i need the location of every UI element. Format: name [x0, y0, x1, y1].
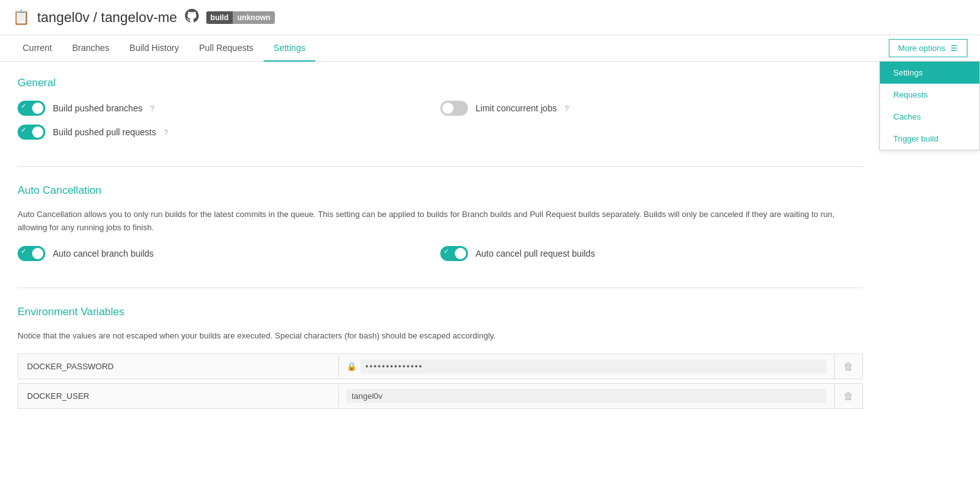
general-section: General Build pushed branches ? Bui	[18, 77, 863, 148]
toggle-auto-cancel-pr-label: Auto cancel pull request builds	[476, 248, 595, 259]
github-icon[interactable]	[185, 9, 199, 26]
more-options-dropdown: Settings Requests Caches Trigger build	[879, 61, 980, 150]
toggle-build-branches[interactable]	[18, 101, 45, 116]
auto-cancellation-description: Auto Cancellation allows you to only run…	[18, 208, 863, 235]
env-row-docker-user: DOCKER_USER 🗑	[18, 383, 863, 409]
toggle-build-pull-requests-slider	[18, 125, 45, 140]
toggle-auto-cancel-pr-slider	[440, 246, 468, 261]
toggle-build-branches-row: Build pushed branches ?	[18, 101, 440, 116]
toggle-limit-concurrent[interactable]	[440, 101, 468, 116]
nav-tabs: Current Branches Build History Pull Requ…	[0, 35, 980, 62]
toggle-auto-cancel-pr[interactable]	[440, 246, 468, 261]
repo-title: tangel0v / tangelov-me	[37, 9, 177, 26]
tab-branches[interactable]: Branches	[62, 35, 120, 62]
env-variables-description: Notice that the values are not escaped w…	[18, 330, 863, 343]
dropdown-item-trigger-build[interactable]: Trigger build	[880, 128, 979, 150]
toggle-build-branches-label: Build pushed branches	[53, 103, 142, 113]
env-row-docker-password: DOCKER_PASSWORD 🔒 🗑	[18, 354, 863, 379]
auto-cancellation-right-col: Auto cancel pull request builds	[440, 246, 863, 270]
tab-settings[interactable]: Settings	[264, 35, 316, 62]
dropdown-item-caches[interactable]: Caches	[880, 106, 979, 128]
badge-status-label: unknown	[233, 11, 275, 24]
lock-icon: 🔒	[347, 362, 357, 371]
badge-build-label: build	[206, 11, 233, 24]
env-variables-section: Environment Variables Notice that the va…	[18, 306, 863, 410]
toggle-limit-concurrent-label: Limit concurrent jobs	[476, 103, 557, 113]
toggle-build-pull-requests[interactable]	[18, 125, 45, 140]
env-value-docker-password-container: 🔒	[339, 354, 834, 379]
more-options-label: More options	[898, 43, 945, 53]
main-content: General Build pushed branches ? Bui	[0, 62, 881, 442]
general-left-col: Build pushed branches ? Build pushed pul…	[18, 101, 440, 148]
divider-1	[18, 166, 863, 167]
env-key-docker-password: DOCKER_PASSWORD	[18, 355, 339, 377]
repo-book-icon: 📋	[13, 9, 30, 26]
env-input-docker-password[interactable]	[360, 359, 827, 374]
build-pull-requests-help-icon[interactable]: ?	[164, 128, 168, 137]
build-branches-help-icon[interactable]: ?	[150, 104, 154, 113]
tab-current[interactable]: Current	[13, 35, 62, 62]
toggle-build-pull-requests-row: Build pushed pull requests ?	[18, 125, 440, 140]
toggle-auto-cancel-pr-row: Auto cancel pull request builds	[440, 246, 863, 261]
toggle-limit-concurrent-slider	[440, 101, 468, 116]
delete-docker-user-button[interactable]: 🗑	[834, 384, 862, 408]
toggle-auto-cancel-branch-slider	[18, 246, 45, 261]
general-toggles-grid: Build pushed branches ? Build pushed pul…	[18, 101, 863, 148]
toggle-build-pull-requests-label: Build pushed pull requests	[53, 127, 156, 137]
auto-cancellation-title: Auto Cancellation	[18, 184, 863, 197]
auto-cancellation-toggles-grid: Auto cancel branch builds Auto cancel pu…	[18, 246, 863, 270]
general-title: General	[18, 77, 863, 89]
more-options-button[interactable]: More options ☰	[889, 39, 967, 57]
env-input-docker-user[interactable]	[347, 389, 827, 403]
toggle-auto-cancel-branch[interactable]	[18, 246, 45, 261]
hamburger-icon: ☰	[950, 43, 958, 53]
dropdown-item-requests[interactable]: Requests	[880, 84, 979, 106]
auto-cancellation-section: Auto Cancellation Auto Cancellation allo…	[18, 184, 863, 270]
env-variables-title: Environment Variables	[18, 306, 863, 318]
env-key-docker-user: DOCKER_USER	[18, 385, 339, 407]
toggle-build-branches-slider	[18, 101, 45, 116]
toggle-auto-cancel-branch-row: Auto cancel branch builds	[18, 246, 440, 261]
header: 📋 tangel0v / tangelov-me build unknown	[0, 0, 980, 35]
build-badge: build unknown	[206, 11, 275, 24]
tab-pull-requests[interactable]: Pull Requests	[189, 35, 263, 62]
tab-build-history[interactable]: Build History	[120, 35, 189, 62]
env-value-docker-user-container	[339, 384, 834, 408]
auto-cancellation-left-col: Auto cancel branch builds	[18, 246, 440, 270]
dropdown-item-settings[interactable]: Settings	[880, 62, 979, 84]
general-right-col: Limit concurrent jobs ?	[440, 101, 863, 148]
divider-2	[18, 287, 863, 288]
toggle-limit-concurrent-row: Limit concurrent jobs ?	[440, 101, 863, 116]
toggle-auto-cancel-branch-label: Auto cancel branch builds	[53, 248, 153, 259]
limit-concurrent-help-icon[interactable]: ?	[564, 104, 569, 113]
delete-docker-password-button[interactable]: 🗑	[834, 355, 862, 379]
